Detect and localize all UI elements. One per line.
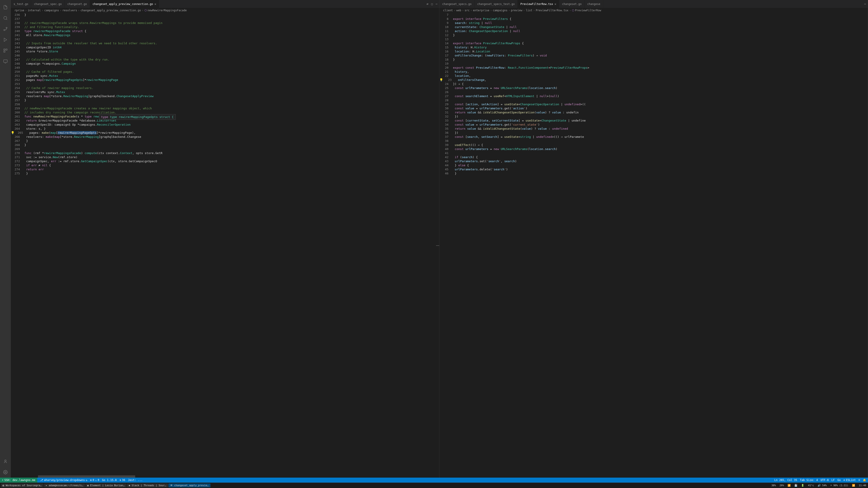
left-code-area[interactable]: 236}237238// rewirerMappingsFacade wraps… — [11, 13, 439, 478]
code-line[interactable]: 271 svc := service.New(rmf.store) — [11, 155, 436, 159]
code-line[interactable]: 8export interface PreviewFilters { — [439, 17, 865, 21]
search-icon[interactable] — [0, 13, 11, 24]
code-line[interactable]: 37 const [search, setSearch] = useState<… — [439, 135, 865, 139]
tab-changeset-spec-go[interactable]: changeset_spec.go — [31, 0, 65, 8]
code-line[interactable]: 238// rewirerMappingsFacade wraps store.… — [11, 21, 436, 25]
code-line[interactable]: 251 pagesMu sync.Mutex — [11, 74, 436, 78]
code-line[interactable]: 20export const PreviewFilterRow: React.F… — [439, 66, 865, 70]
extensions-icon[interactable] — [0, 45, 11, 56]
code-line[interactable]: 262 return &rewirerMappingsFacade *datab… — [11, 119, 436, 123]
code-line[interactable]: 264 store: s, } — [11, 127, 436, 131]
code-line[interactable]: 252 pages map[rewirerMappingPageOpts]*re… — [11, 78, 436, 82]
sync-icon[interactable]: ↻ — [86, 479, 87, 482]
code-line[interactable]: 244 campaignSpecID int64 — [11, 45, 436, 50]
code-line[interactable]: 247 // Calculated within the type with t… — [11, 58, 436, 62]
compare-icon[interactable]: ⇄ — [427, 2, 429, 6]
code-line[interactable]: 268} — [11, 143, 436, 147]
eslint-status[interactable]: ⊘ESLint — [843, 479, 856, 482]
taskbar-item[interactable]: 👁 changeset_apply_previe… — [168, 484, 211, 487]
problems-indicator[interactable]: ⊗0⚠0 — [90, 479, 99, 482]
remote-explorer-icon[interactable] — [0, 56, 11, 67]
taskbar-item[interactable]: ◉ Element | Lesia Burian… — [86, 484, 127, 487]
right-code-area[interactable]: 78export interface PreviewFilters {9 sea… — [439, 13, 868, 478]
cursor-position[interactable]: Ln 265, Col 35 — [774, 479, 797, 482]
branch-indicator[interactable]: ⎇aharvey/preview-dropdowns↻ — [40, 479, 88, 482]
tab-preview-filter-row-tsx[interactable]: PreviewFilterRow.tsx× — [518, 0, 559, 8]
code-line[interactable]: 10 currentState: ChangesetState | null — [439, 25, 865, 29]
code-line[interactable]: 253 — [11, 82, 436, 86]
code-line[interactable]: 35 return value && isValidChangesetState… — [439, 127, 865, 131]
code-line[interactable]: 17 onFiltersChange: (newFilters: Preview… — [439, 54, 865, 58]
more-icon[interactable]: ⋯ — [864, 2, 866, 6]
horizontal-scrollbar[interactable] — [38, 475, 135, 478]
code-line[interactable]: 34 const value = urlParameters.get('curr… — [439, 123, 865, 127]
bell-icon[interactable]: 🔔 — [863, 479, 866, 482]
remote-indicator[interactable]: ⚡SSH: dev.lawngno.me — [0, 478, 37, 483]
taskbar-item[interactable]: ◧ Workspaces of Sourcegra… — [1, 484, 43, 487]
jest-status[interactable]: Jest: ... — [128, 479, 143, 482]
tab-changeset-go-right[interactable]: changeset.go — [559, 0, 585, 8]
code-line[interactable]: 274 return err — [11, 167, 436, 171]
code-line[interactable]: 9 search: string | null — [439, 21, 865, 25]
right-minimap[interactable] — [865, 13, 868, 478]
code-line[interactable]: 45 urlParameters.delete('search') — [439, 167, 865, 171]
code-line[interactable]: 261func newRewirerMappingsFacade(s * typ… — [11, 115, 436, 119]
code-line[interactable]: 42 if (search) { — [439, 155, 865, 159]
code-line[interactable]: 26 — [439, 90, 865, 94]
code-line[interactable]: 239// and filtering functionality. — [11, 25, 436, 29]
code-line[interactable]: 11 action: ChangesetSpecOperation | null — [439, 29, 865, 33]
go-version[interactable]: Go 1.15.8 — [102, 479, 117, 482]
code-line[interactable]: 25 const urlParameters = new URLSearchPa… — [439, 86, 865, 90]
tab-changeset-apply-preview-connection-go[interactable]: changeset_apply_preview_connection.go× — [90, 0, 159, 8]
code-line[interactable]: 40 const urlParameters = new URLSearchPa… — [439, 147, 865, 151]
code-line[interactable]: 36 }) — [439, 131, 865, 135]
code-line[interactable]: 46 } — [439, 171, 865, 175]
code-line[interactable]: 31 return value && isValidChangesetSpecO… — [439, 110, 865, 115]
accounts-icon[interactable] — [0, 456, 11, 467]
code-line[interactable]: 💡23 onFiltersChange, — [439, 78, 865, 82]
code-line[interactable]: 29 const [action, setAction] = useState<… — [439, 102, 865, 106]
tab-changeset-specs-test-go[interactable]: changeset_specs_test.go — [474, 0, 518, 8]
code-line[interactable]: 236} — [11, 13, 436, 17]
code-line[interactable]: 33 const [currentState, setCurrentState]… — [439, 119, 865, 123]
code-line[interactable]: 30 const value = urlParameters.get('acti… — [439, 106, 865, 110]
code-line[interactable]: 263 campaignSpecID: campaignS Op *campai… — [11, 123, 436, 127]
code-line[interactable]: 246 — [11, 54, 436, 58]
eol[interactable]: LF — [831, 479, 835, 482]
code-line[interactable]: 272 campaignSpec, err := rmf.store.GetCa… — [11, 159, 436, 163]
code-line[interactable]: 255 resolversMu sync.Mutex — [11, 90, 436, 94]
code-line[interactable]: 13 — [439, 37, 865, 41]
files-icon[interactable] — [0, 2, 11, 13]
encoding[interactable]: UTF-8 — [820, 479, 829, 482]
tab-s-test-go[interactable]: s_test.go — [11, 0, 31, 8]
tab-changeset-go[interactable]: changeset.go — [65, 0, 90, 8]
tab-changeset-specs-go[interactable]: changeset_specs.go — [439, 0, 474, 8]
code-line[interactable]: 44 } else { — [439, 163, 865, 167]
left-breadcrumb[interactable]: rprise› internal› campaigns› resolvers› … — [11, 8, 439, 13]
code-line[interactable]: 16 location: H.Location — [439, 50, 865, 54]
close-icon[interactable]: × — [555, 2, 556, 6]
code-line[interactable]: 32 }) — [439, 115, 865, 119]
code-line[interactable]: 266 resolvers: make(map[*store.RewirerMa… — [11, 135, 436, 139]
code-line[interactable]: 38 — [439, 139, 865, 143]
code-line[interactable]: 257} — [11, 98, 436, 102]
code-line[interactable]: 242 — [11, 37, 436, 41]
taskbar-item[interactable]: ▸ adam@nosecam:~/trees/s… — [44, 484, 85, 487]
close-icon[interactable]: × — [154, 2, 156, 6]
code-line[interactable]: 269 — [11, 147, 436, 151]
taskbar-item[interactable]: ◆ Slack | Threads | Sour… — [127, 484, 168, 487]
code-line[interactable]: 19 — [439, 62, 865, 66]
feedback-icon[interactable]: ☺ — [859, 479, 860, 482]
code-line[interactable]: 275 } — [11, 171, 436, 175]
code-line[interactable]: 258 — [11, 102, 436, 106]
code-line[interactable]: 270func (rmf *rewirerMappingsFacade) com… — [11, 151, 436, 155]
run-debug-icon[interactable] — [0, 34, 11, 45]
code-line[interactable]: 250 // Cache of filtered pages. — [11, 70, 436, 74]
code-line[interactable]: 24}) ⇒ { — [439, 82, 865, 86]
tab-changese[interactable]: changese — [585, 0, 603, 8]
code-line[interactable]: 237 — [11, 17, 436, 21]
code-line[interactable]: 14export interface PreviewFilterRowProps… — [439, 41, 865, 45]
test-count[interactable]: ⚗36 — [119, 479, 125, 482]
tab-size[interactable]: Tab Size: 4 — [800, 479, 818, 482]
code-line[interactable]: 12} — [439, 33, 865, 37]
